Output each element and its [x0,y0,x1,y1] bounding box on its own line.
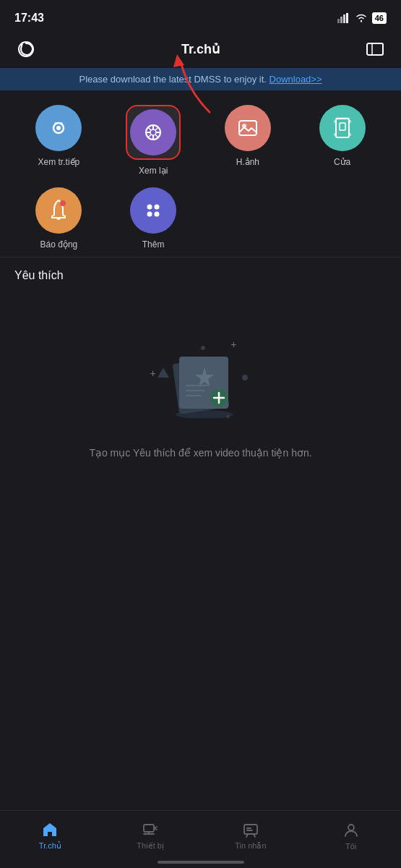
svg-point-32 [155,205,160,210]
status-time: 17:43 [14,12,44,25]
svg-rect-28 [340,123,345,130]
grid-row2: Báo động Thêm [14,187,387,250]
folder-illustration [165,346,244,418]
svg-line-17 [148,127,151,130]
svg-rect-21 [239,121,256,135]
grid-item-h-anh[interactable]: H.ảnh [204,105,293,176]
grid-row1: Xem tr.tiếp [14,105,387,176]
svg-rect-46 [144,825,154,832]
xem-tr-tiep-label: Xem tr.tiếp [38,157,80,167]
door-icon [332,117,353,139]
svg-marker-6 [20,44,23,47]
svg-rect-25 [348,120,351,123]
svg-point-4 [361,20,362,22]
nav-item-thiet-bi[interactable]: Thiết bị [100,821,201,851]
battery-indicator: 46 [372,12,387,24]
cua-label: Cửa [334,157,350,167]
grid-item-them[interactable]: Thêm [109,187,198,250]
status-icons: 46 [337,12,387,24]
grid-item-xem-tr-tiep[interactable]: Xem tr.tiếp [14,105,103,176]
svg-rect-1 [340,17,342,23]
device-icon [142,821,159,838]
home-icon [41,821,59,838]
svg-line-20 [148,135,151,137]
xem-lai-label: Xem lại [139,166,168,176]
bottom-nav: Tr.chủ Thiết bị Tin nhắn Tôi [0,810,401,868]
svg-rect-2 [343,14,345,23]
bao-dong-label: Báo động [40,239,78,250]
svg-rect-7 [367,43,383,55]
wifi-icon [355,13,368,23]
xem-tr-tiep-icon-circle [35,105,82,151]
status-bar: 17:43 46 [0,0,401,32]
banner-text: Please download the latest DMSS to enjoy… [79,74,266,85]
svg-point-34 [155,212,160,217]
signal-icon [337,13,350,23]
grid-item-xem-lai[interactable]: Xem lại [109,105,198,176]
svg-point-9 [56,126,61,130]
svg-rect-0 [337,19,340,23]
main-grid: Xem tr.tiếp [0,90,401,257]
favorites-section-title: Yêu thích [0,257,401,288]
nav-label-trang-chu: Tr.chủ [39,841,61,851]
page-title: Tr.chủ [181,41,220,57]
message-icon [242,821,259,838]
svg-point-30 [60,200,66,206]
svg-rect-23 [336,119,349,137]
empty-illustration: + + [143,331,259,433]
svg-rect-29 [335,117,350,119]
bao-dong-icon-circle [35,187,82,234]
xem-lai-selected-border [126,105,181,160]
svg-line-18 [155,135,158,137]
svg-line-19 [155,127,158,130]
fullscreen-icon[interactable] [363,38,387,61]
grid-item-bao-dong[interactable]: Báo động [14,187,103,250]
svg-rect-26 [334,133,337,136]
grid-dots-icon [142,200,164,221]
header: Tr.chủ [0,32,401,68]
empty-text: Tạo mục Yêu thích để xem video thuận tiệ… [89,447,311,459]
image-icon [237,118,259,138]
decor-plus-2: + [150,367,156,379]
h-anh-icon-circle [225,105,271,151]
refresh-icon[interactable] [14,38,38,61]
home-indicator [158,861,244,864]
svg-point-33 [147,212,152,217]
h-anh-label: H.ảnh [236,157,259,167]
cua-icon-circle [319,105,366,151]
svg-point-12 [150,129,156,135]
nav-item-trang-chu[interactable]: Tr.chủ [0,821,100,851]
empty-state: + + Tạo mục Yêu thích [0,288,401,488]
grid-empty-4 [298,187,387,250]
them-label: Thêm [142,239,165,250]
download-banner[interactable]: Please download the latest DMSS to enjoy… [0,68,401,90]
camera-icon [47,116,70,140]
film-icon [142,121,165,144]
nav-label-thiet-bi: Thiết bị [137,841,164,851]
download-link[interactable]: Download>> [270,74,322,85]
svg-rect-27 [348,133,351,136]
grid-empty-3 [204,187,293,250]
them-icon-circle [130,187,176,234]
svg-point-31 [147,205,152,210]
svg-point-54 [348,825,354,830]
svg-rect-10 [54,122,63,124]
person-icon [342,822,360,839]
svg-rect-3 [346,13,348,23]
xem-lai-icon-circle [130,109,176,156]
nav-label-tin-nhan: Tin nhắn [235,841,266,851]
nav-item-tin-nhan[interactable]: Tin nhắn [201,821,301,851]
nav-item-toi[interactable]: Tôi [301,822,401,851]
grid-item-cua[interactable]: Cửa [298,105,387,176]
svg-rect-24 [334,120,337,123]
svg-rect-51 [244,825,257,834]
nav-label-toi: Tôi [345,842,356,851]
bell-icon [48,199,69,222]
